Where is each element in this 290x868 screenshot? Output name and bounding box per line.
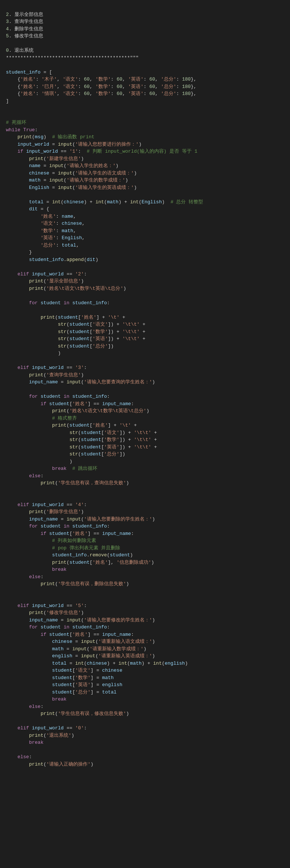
line-50: elif input_world == '3': — [6, 365, 87, 370]
line-70: print('删除学生信息') — [6, 509, 84, 515]
code-editor: 2. 显示全部信息 3. 查询学生信息 4. 删除学生信息 5. 修改学生信息 … — [6, 4, 284, 768]
line-71: input_name = input('请输入您要删除的学生姓名：') — [6, 516, 155, 522]
line-92: student['语文'] = chinese — [6, 668, 122, 673]
line-22: name = input('请输入学生的姓名：') — [6, 163, 118, 169]
line-60: str(student['数学']) + '\t\t' + — [6, 437, 157, 443]
line-88: chinese = input('请重新输入语文成绩：') — [6, 639, 155, 644]
line-21: print('新建学生信息') — [6, 156, 84, 162]
line-2: 3. 查询学生信息 — [6, 19, 43, 24]
line-96: break — [6, 696, 67, 702]
line-39: print('姓名\t语文\t数学\t英语\t总分') — [6, 286, 126, 291]
line-95: student['总分'] = total — [6, 689, 117, 695]
line-12: {'姓名': '情琪', '语文': 60, '数学': 60, '英语': 6… — [6, 91, 196, 96]
line-90: english = input('请重新输入英语成绩：') — [6, 653, 155, 659]
line-97: else: — [6, 704, 43, 709]
line-45: str(student['数学']) + '\t\t' + — [6, 329, 145, 335]
line-78: break — [6, 567, 67, 572]
line-46: str(student['英语']) + '\t\t' + — [6, 336, 145, 342]
line-24: math = input('请输入学生的数学成绩：') — [6, 177, 128, 183]
line-93: student['数学'] = math — [6, 675, 114, 681]
line-64: break # 跳出循环 — [6, 466, 97, 471]
line-48: ) — [6, 350, 61, 356]
line-30: '语文': chinese, — [6, 221, 85, 226]
line-77: print(student['姓名'], '信息删除成功') — [6, 560, 154, 565]
line-58: print(student['姓名'] + '\t' + — [6, 423, 137, 428]
line-63: ) — [6, 459, 72, 464]
line-41: for student in student_info: — [6, 300, 110, 306]
line-10: {'姓名': '木子', '语文': 60, '数学': 60, '英语': 6… — [6, 77, 196, 82]
line-69: elif input_world == '4': — [6, 502, 87, 508]
line-104: else: — [6, 754, 32, 760]
line-17: while True: — [6, 127, 38, 133]
line-44: str(student['语文']) + '\t\t' + — [6, 322, 145, 327]
line-56: print('姓名\t语文\t数学\t英语\t总分') — [6, 408, 149, 414]
line-32: '英语': English, — [6, 235, 85, 241]
line-4: 5. 修改学生信息 — [6, 33, 43, 39]
line-11: {'姓名': '巳月', '语文': 60, '数学': 60, '英语': 6… — [6, 84, 196, 89]
line-6: 0. 退出系统 — [6, 48, 34, 53]
line-89: math = input('请重新输入数学成绩：') — [6, 646, 146, 652]
line-80: print('学生信息有误，删除信息失败') — [6, 581, 129, 587]
line-101: print('退出系统') — [6, 733, 74, 738]
line-34: } — [6, 250, 32, 255]
line-105: print('请输入正确的操作') — [6, 762, 94, 767]
line-33: '总分': total, — [6, 243, 79, 248]
line-94: student['英语'] = english — [6, 682, 122, 688]
line-13: ] — [6, 98, 9, 104]
line-91: total = int(chinese) + int(math) + int(e… — [6, 661, 188, 666]
line-57: # 格式整齐 — [6, 416, 77, 421]
line-55: if student['姓名'] == input_name: — [6, 401, 134, 407]
line-98: print('学生信息有误，修改信息失败') — [6, 711, 129, 716]
line-7: ****************************************… — [6, 55, 139, 61]
line-27: total = int(chinese) + int(math) + int(E… — [6, 199, 203, 205]
line-19: input_world = input('请输入您想要进行的操作：') — [6, 142, 142, 147]
line-28: dit = { — [6, 206, 49, 212]
line-37: elif input_world == '2': — [6, 271, 87, 277]
line-85: input_name = input('请输入您要修改的学生姓名：') — [6, 617, 155, 623]
line-65: else: — [6, 473, 43, 479]
line-61: str(student['英语']) + '\t\t' + — [6, 444, 157, 450]
line-74: # 列表如何删除元素 — [6, 538, 96, 543]
line-29: '姓名': name, — [6, 214, 76, 219]
line-87: if student['姓名'] == input_name: — [6, 632, 134, 637]
line-16: # 死循环 — [6, 120, 26, 125]
line-66: print('学生信息有误，查询信息失败') — [6, 480, 129, 486]
line-73: if student['姓名'] == input_name: — [6, 531, 134, 536]
line-72: for student in student_info: — [6, 523, 110, 529]
line-83: elif input_world == '5': — [6, 603, 87, 608]
line-84: print('修改学生信息') — [6, 610, 84, 616]
line-47: str(student['总分']) — [6, 343, 114, 349]
line-35: student_info.append(dit) — [6, 257, 98, 262]
line-9: student_info = [ — [6, 69, 52, 75]
line-54: for student in student_info: — [6, 394, 110, 399]
line-31: '数学': math, — [6, 228, 76, 234]
line-1: 2. 显示全部信息 — [6, 12, 43, 17]
line-52: input_name = input('请输入您要查询的学生姓名：') — [6, 379, 155, 385]
line-51: print('查询学生信息') — [6, 372, 84, 378]
line-86: for student in student_info: — [6, 624, 110, 630]
line-62: str(student['总分']) — [6, 451, 125, 457]
line-43: print(student['姓名'] + '\t' + — [6, 315, 125, 320]
line-79: else: — [6, 574, 43, 580]
line-20: if input_world == '1': # 判断 input_world(… — [6, 149, 198, 154]
line-25: English = input('请输入学生的英语成绩：') — [6, 185, 137, 190]
line-3: 4. 删除学生信息 — [6, 26, 43, 32]
line-59: str(student['语文']) + '\t\t' + — [6, 430, 157, 435]
line-76: student_info.remove(student) — [6, 552, 133, 558]
line-100: elif input_world == '0': — [6, 725, 87, 731]
line-102: break — [6, 740, 43, 745]
line-38: print('显示全部信息') — [6, 278, 84, 284]
line-75: # pop 弹出列表元素 并且删除 — [6, 545, 120, 551]
line-23: chinese = input('请输入学生的语文成绩：') — [6, 170, 137, 176]
line-18: print(msg) # 输出函数 print — [6, 134, 94, 140]
